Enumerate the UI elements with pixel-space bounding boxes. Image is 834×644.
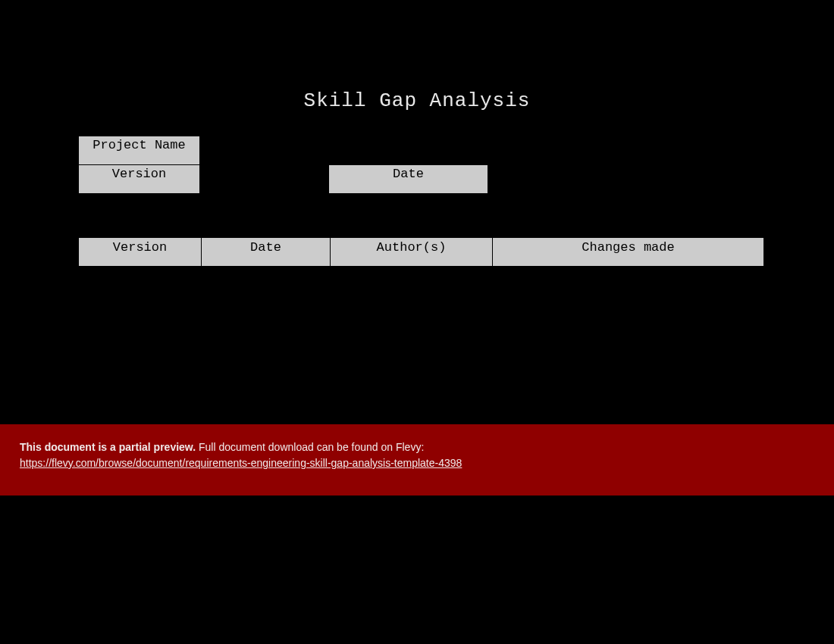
project-name-value — [200, 136, 329, 165]
version-value — [200, 165, 329, 194]
meta-row-version-date: Version Date — [79, 165, 488, 194]
history-header-date: Date — [202, 238, 331, 267]
banner-bold-text: This document is a partial preview. — [20, 441, 196, 453]
preview-banner: This document is a partial preview. Full… — [0, 424, 834, 496]
history-header-row: Version Date Author(s) Changes made — [79, 238, 764, 267]
banner-rest-text: Full document download can be found on F… — [196, 441, 424, 453]
project-name-label: Project Name — [79, 136, 200, 165]
meta-row-project: Project Name — [79, 136, 488, 165]
date-label: Date — [329, 165, 488, 194]
version-label: Version — [79, 165, 200, 194]
history-header-version: Version — [79, 238, 202, 267]
history-header-author: Author(s) — [331, 238, 493, 267]
meta-spacer — [329, 136, 488, 165]
banner-link[interactable]: https://flevy.com/browse/document/requir… — [20, 457, 462, 469]
meta-table: Project Name Version Date — [78, 136, 488, 194]
document-page: Skill Gap Analysis Project Name Version … — [0, 0, 834, 644]
history-table: Version Date Author(s) Changes made — [78, 237, 764, 267]
history-header-changes: Changes made — [493, 238, 764, 267]
document-title: Skill Gap Analysis — [0, 89, 834, 112]
